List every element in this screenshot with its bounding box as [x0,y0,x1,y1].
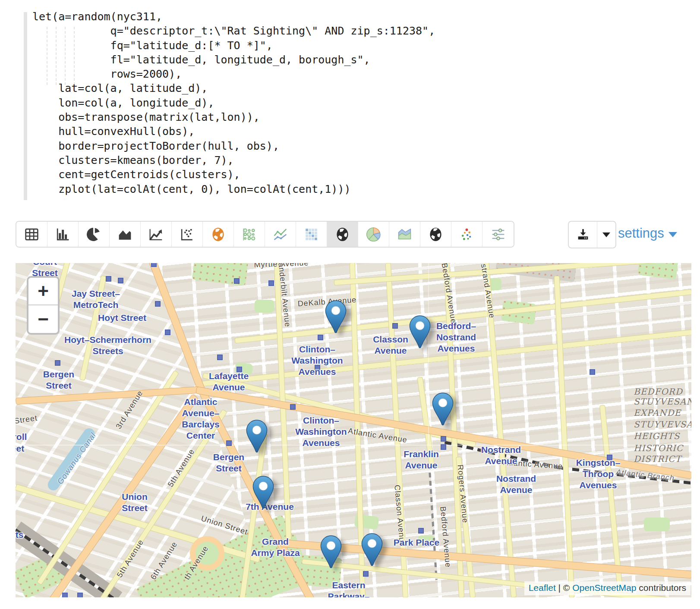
zoom-in-button[interactable]: + [28,278,58,305]
district-label: HISTORIC [634,443,683,453]
map-globe-2-icon[interactable] [420,222,451,247]
station-label: Clinton– Washington Avenues [291,344,343,377]
attribution-separator: | © [556,583,572,593]
subway-station-square [77,593,83,597]
park-area [644,518,670,531]
heatmap-grid-icon[interactable] [296,222,327,247]
visualization-toolbar: settings [0,218,700,250]
bubble-matrix-icon[interactable] [234,222,265,247]
district-label: STUYVESAN [634,396,691,407]
station-label: Eastern Parkway– [328,580,370,597]
station-label: Bergen Street [213,452,244,474]
station-label: Clinton– Washington Avenues [295,415,347,449]
district-label: STUYVEVSA [634,419,691,430]
attribution-contributors: contributors [636,583,686,593]
code-paragraph[interactable]: let(a=random(nyc311, q="descriptor_t:\"R… [0,0,700,216]
map-marker-pin[interactable] [409,315,431,351]
subway-station-square [55,360,60,366]
subway-station-square [118,278,123,283]
station-label: Hoyt Street [98,312,146,323]
subway-station-square [234,278,240,284]
station-label: ts [16,529,23,540]
line-chart-icon[interactable] [141,222,172,247]
chevron-down-icon [602,232,610,237]
station-label: Union Street [122,491,148,514]
settings-toggle[interactable]: settings [618,226,677,241]
subway-station-square [418,528,424,534]
multi-line-chart-icon[interactable] [265,222,296,247]
map-marker-pin[interactable] [252,476,274,511]
map-marker-pin[interactable] [320,535,342,571]
subway-station-square [226,440,232,446]
station-label: Nostrand Avenue [481,444,521,467]
area-chart-icon[interactable] [110,222,141,247]
subway-station-square [217,355,223,360]
station-label: Bedford– Nostrand Avenues [436,320,476,354]
area-chart-color-icon[interactable] [389,222,420,247]
district-label: DISTRICT [634,454,681,464]
map-attribution: Leaflet | © OpenStreetMap contributors [524,581,691,595]
sliders-icon[interactable] [482,222,514,247]
subway-station-square [392,323,398,329]
map-marker-pin[interactable] [432,392,454,428]
chevron-down-icon [668,232,677,237]
park-area [255,300,274,313]
station-label: roll [16,431,27,443]
station-label: Classon Avenue [373,334,408,356]
paragraph-gutter [24,12,27,200]
bar-chart-icon[interactable] [47,222,79,247]
download-menu-caret[interactable] [597,222,615,248]
station-label: Nostrand Avenue [496,473,536,496]
table-icon[interactable] [16,222,47,247]
district-label: HEIGHTS [634,431,680,441]
subway-station-square [441,444,446,450]
subway-station-square [106,276,111,282]
station-label: Park Place [394,537,439,548]
subway-station-square [590,369,595,375]
openstreetmap-link[interactable]: OpenStreetMap [572,583,636,593]
pie-chart-icon[interactable] [79,222,110,247]
subway-station-square [318,335,323,340]
district-label: BEDFORD [634,386,683,397]
station-label: Atlantic Avenue– Barclays Center [182,396,220,441]
map-marker-pin[interactable] [246,420,268,455]
scatter-color-icon[interactable] [451,222,482,247]
map-globe-icon[interactable] [327,222,358,247]
subway-station-square [62,593,68,597]
map-globe-orange-icon[interactable] [203,222,234,247]
station-label: Avenues [483,263,521,264]
map-marker-pin[interactable] [325,300,347,336]
subway-station-square [363,571,369,577]
subway-station-square [155,301,161,307]
district-label: EXPANDE [634,408,681,418]
tile-seam [428,263,429,445]
subway-station-square [268,280,274,286]
subway-station-square [441,436,446,442]
map-marker-pin[interactable] [361,533,383,568]
station-label: Franklin Avenue [404,449,439,471]
subway-station-square [165,330,170,335]
station-label: Bergen Street [43,369,74,391]
tile-seam [16,445,691,446]
station-label: Kingston– Throop Avenues [576,457,621,491]
station-label: Jay Street– MetroTech [72,288,120,311]
download-split-button [568,221,616,248]
station-label: Grand Army Plaza [251,536,300,559]
station-label: eet [16,443,24,454]
station-label: Lafayette Avenue [209,370,249,393]
pie-chart-color-icon[interactable] [358,222,389,247]
chart-type-buttons [16,221,514,248]
zoom-out-button[interactable]: − [28,305,58,333]
scatter-plot-icon[interactable] [172,222,203,247]
station-label: Hoyt–Schermerhorn Streets [64,334,151,357]
subway-station-square [151,263,157,267]
download-button[interactable] [569,222,597,248]
settings-label: settings [618,226,664,241]
code-text[interactable]: let(a=random(nyc311, q="descriptor_t:\"R… [32,9,435,196]
leaflet-link[interactable]: Leaflet [529,583,556,593]
zoom-control: + − [27,276,60,335]
leaflet-map[interactable]: + − Leaflet | © OpenStreetMap contributo… [16,263,691,597]
subway-station-square [290,404,296,410]
